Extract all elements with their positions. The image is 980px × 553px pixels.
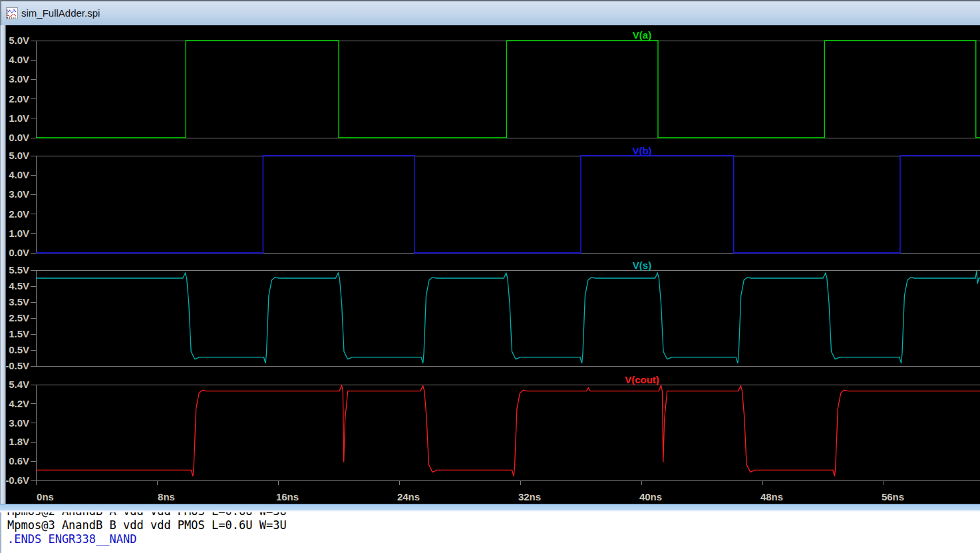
y-tick-label: 0.5V (9, 344, 29, 355)
pane-V(cout)[interactable]: 5.4V4.2V3.0V1.8V0.6V-0.6VV(cout) (5, 374, 980, 486)
x-tick-label: 32ns (518, 491, 541, 502)
y-tick-label: 4.2V (9, 398, 29, 409)
y-tick-label: 1.8V (9, 436, 29, 447)
y-tick-label: 3.5V (9, 296, 29, 307)
y-tick-label: 5.0V (9, 150, 29, 161)
y-tick-label: -0.5V (5, 360, 29, 371)
y-tick-label: 5.4V (9, 379, 29, 390)
ltspice-window: { "window": { "title": "sim_FullAdder.sp… (0, 0, 980, 553)
y-tick-label: 2.0V (9, 208, 29, 220)
trace-V(a) (36, 41, 980, 138)
window-titlebar[interactable]: sim_FullAdder.spi (0, 0, 980, 25)
trace-label-V(b)[interactable]: V(b) (632, 145, 651, 156)
netlist-line: Mpmos@2 AnandB A vdd vdd PMOS L=0.6U W=3… (1, 512, 980, 518)
netlist-line: Mpmos@3 AnandB B vdd vdd PMOS L=0.6U W=3… (1, 518, 980, 532)
pane-V(b)[interactable]: 5.0V4.0V3.0V2.0V1.0V0.0VV(b) (9, 145, 980, 258)
x-axis: 0ns8ns16ns24ns32ns40ns48ns56ns (36, 480, 904, 502)
y-tick-label: 3.0V (9, 73, 29, 85)
trace-label-V(s)[interactable]: V(s) (633, 260, 651, 271)
y-tick-label: 0.6V (9, 455, 29, 466)
x-tick-label: 8ns (158, 491, 175, 502)
trace-V(cout) (36, 385, 980, 476)
y-tick-label: 1.0V (9, 228, 29, 239)
y-tick-label: 4.0V (9, 54, 29, 65)
y-tick-label: 5.5V (9, 264, 29, 276)
trace-V(s) (36, 271, 980, 363)
x-tick-label: 40ns (639, 491, 662, 502)
trace-V(b) (36, 156, 980, 253)
x-tick-label: 16ns (276, 491, 299, 502)
netlist-editor[interactable]: Mpmos@2 AnandB A vdd vdd PMOS L=0.6U W=3… (0, 512, 980, 553)
pane-V(a)[interactable]: 5.0V4.0V3.0V2.0V1.0V0.0VV(a) (9, 29, 980, 143)
waveform-plot-area[interactable]: 5.0V4.0V3.0V2.0V1.0V0.0VV(a)5.0V4.0V3.0V… (0, 25, 980, 504)
y-tick-label: 2.0V (9, 93, 29, 104)
y-tick-label: 4.5V (9, 280, 29, 291)
y-tick-label: 5.0V (9, 35, 29, 46)
x-tick-label: 24ns (397, 491, 420, 502)
pane-V(s)[interactable]: 5.5V4.5V3.5V2.5V1.5V0.5V-0.5VV(s) (5, 260, 980, 371)
y-tick-label: 0.0V (9, 132, 29, 143)
y-tick-label: 1.0V (9, 112, 29, 124)
y-tick-label: 3.0V (9, 188, 29, 200)
netlist-line: .ENDS ENGR338__NAND (1, 532, 980, 546)
pane-splitter[interactable] (0, 504, 980, 512)
y-tick-label: 2.5V (9, 312, 29, 323)
y-tick-label: -0.6V (5, 474, 29, 486)
x-tick-label: 48ns (760, 491, 783, 502)
window-left-frame (0, 25, 6, 504)
window-title: sim_FullAdder.spi (21, 7, 100, 19)
x-tick-label: 56ns (882, 491, 904, 502)
x-tick-label: 0ns (37, 491, 54, 502)
y-tick-label: 0.0V (9, 247, 29, 258)
trace-label-V(cout)[interactable]: V(cout) (625, 374, 659, 385)
y-tick-label: 1.5V (9, 328, 29, 339)
trace-label-V(a)[interactable]: V(a) (633, 29, 651, 41)
y-tick-label: 3.0V (9, 417, 29, 429)
waveform-file-icon (6, 7, 18, 19)
waveform-plot[interactable]: 5.0V4.0V3.0V2.0V1.0V0.0VV(a)5.0V4.0V3.0V… (0, 25, 980, 504)
y-tick-label: 4.0V (9, 169, 29, 180)
